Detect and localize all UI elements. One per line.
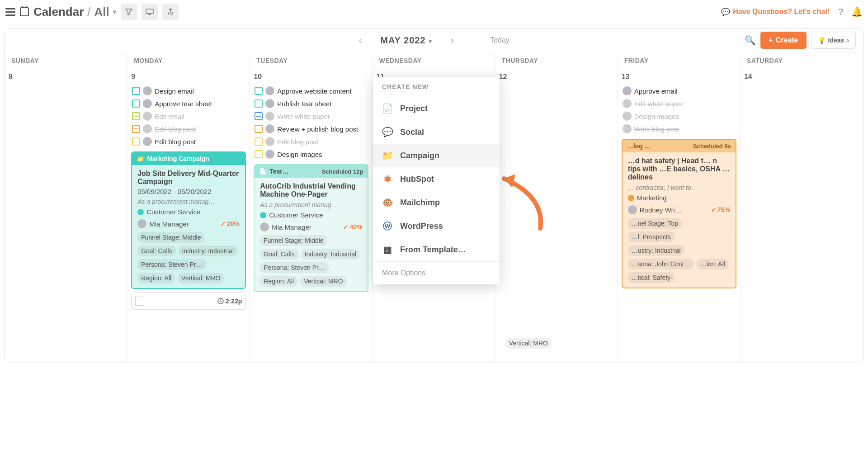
dd-wordpress[interactable]: ⓦWordPress [373,214,500,238]
task[interactable]: Design images [622,110,736,123]
grid-icon: ▦ [382,244,393,255]
create-button[interactable]: + Create [760,32,806,49]
clock-icon [217,298,224,304]
chevron-down-icon[interactable]: ▾ [113,8,116,15]
task[interactable]: Write white paper [254,110,368,123]
share-button[interactable] [162,4,179,20]
bulb-icon: 💡 [818,37,826,44]
dd-template[interactable]: ▦From Template… [373,238,500,261]
content-card[interactable]: 📄Tear…Scheduled 12p AutoCrib Industrial … [254,164,368,292]
topbar: Calendar / All ▾ 💬 Have Questions? Let's… [0,0,868,24]
page-title: Calendar [33,5,84,19]
search-icon[interactable]: 🔍 [745,35,756,46]
svg-rect-0 [146,9,153,14]
dd-social[interactable]: 💬Social [373,120,500,144]
blog-card[interactable]: …log …Scheduled 9a …d hat safety | Head … [622,139,736,288]
dd-project[interactable]: 📄Project [373,97,500,120]
doc-icon: 📄 [259,168,267,175]
day-cell-mon[interactable]: 9 Design email Approve tear sheet Edit e… [127,69,250,363]
next-month[interactable]: › [450,34,454,47]
wordpress-icon: ⓦ [382,221,393,231]
mailchimp-icon: 🐵 [382,197,393,208]
doc-icon: 📄 [382,103,393,114]
calendar-icon [20,7,29,16]
create-dropdown: CREATE NEW 📄Project 💬Social 📁Campaign ✱H… [373,77,500,284]
plus-icon: + [769,36,773,44]
mini-card[interactable]: 2:22p [131,293,246,310]
breadcrumb-sep: / [87,5,90,19]
filter-value[interactable]: All [94,5,109,19]
task[interactable]: Edit white paper [622,97,736,110]
chat-icon: 💬 [382,127,393,137]
task[interactable]: Approve email [622,85,736,97]
task[interactable]: Edit blog post [254,135,368,148]
menu-icon[interactable] [5,8,15,16]
dd-campaign[interactable]: 📁Campaign [373,144,500,167]
chat-icon: 💬 [721,8,730,16]
ideas-button[interactable]: 💡 Ideas › [811,32,856,49]
today-link[interactable]: Today [490,36,509,44]
task[interactable]: Approve tear sheet [131,97,246,110]
chevron-right-icon: › [847,37,849,44]
display-button[interactable] [142,4,158,20]
campaign-card[interactable]: 📁Marketing Campaign Job Site Delivery Mi… [131,151,246,289]
prev-month[interactable]: ‹ [359,34,362,47]
dd-mailchimp[interactable]: 🐵Mailchimp [373,191,500,214]
day-cell-tue[interactable]: 10 Approve website content Publish tear … [250,69,373,363]
day-cell-sat[interactable]: 14 [741,69,863,363]
bell-icon[interactable]: 🔔 [851,6,863,17]
task[interactable]: Edit blog post [131,135,246,148]
filter-button[interactable] [121,4,137,20]
help-icon[interactable]: ? [838,7,843,17]
day-cell-fri[interactable]: 13 Approve email Edit white paper Design… [618,69,741,363]
dropdown-heading: CREATE NEW [373,77,500,97]
hubspot-icon: ✱ [382,174,393,184]
day-header: SUNDAY MONDAY TUESDAY WEDNESDAY THURSDAY… [5,52,863,69]
task[interactable]: Review + publish blog post [254,123,368,135]
task[interactable]: Edit blog post [131,123,246,135]
calendar-header: ‹ MAY 2022 ▾ › Today 🔍 + Create 💡 Ideas … [5,28,863,52]
dd-more[interactable]: More Options [373,261,500,284]
chat-link[interactable]: 💬 Have Questions? Let's chat! [721,8,830,16]
task[interactable]: Design email [131,85,246,97]
folder-icon: 📁 [137,155,144,162]
task[interactable]: Edit email [131,110,246,123]
month-label[interactable]: MAY 2022 ▾ [380,35,432,46]
folder-icon: 📁 [382,150,393,161]
task[interactable]: Publish tear sheet [254,97,368,110]
day-cell-sun[interactable]: 8 [5,69,127,363]
task[interactable]: Approve website content [254,85,368,97]
dd-hubspot[interactable]: ✱HubSpot [373,167,500,191]
image-placeholder [135,297,144,306]
task[interactable]: Design images [254,148,368,160]
breadcrumb: Calendar / All ▾ [33,5,116,19]
task[interactable]: Write blog post [622,123,736,135]
day-cell-thu[interactable]: 12 Vertical: MRO [495,69,618,363]
